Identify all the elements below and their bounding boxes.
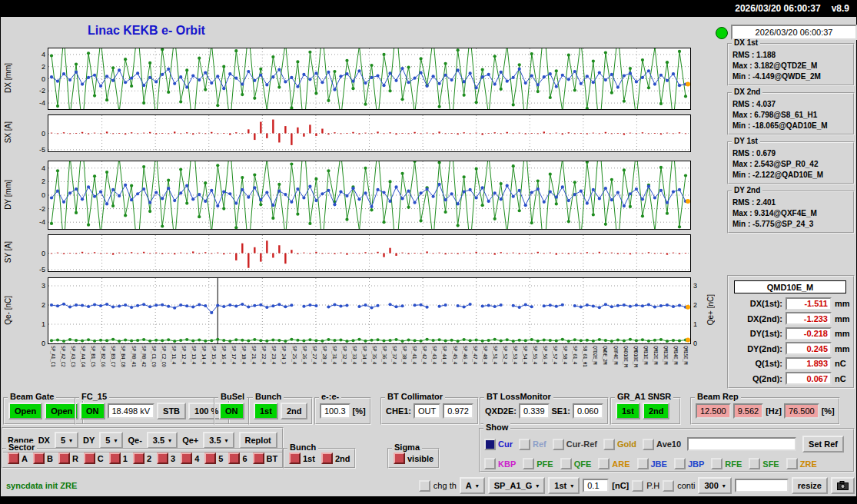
fc15-stb-button[interactable]: STB [157, 403, 186, 419]
sector-checkbox-r[interactable]: R [58, 453, 78, 464]
sector-checkbox-1[interactable]: 1 [109, 453, 128, 464]
checkbox-indicator[interactable] [181, 453, 192, 464]
monitor-select[interactable]: SP_A1_G [488, 477, 546, 494]
show-checkbox-jbp[interactable]: JBP [674, 458, 704, 469]
checkbox-indicator[interactable] [8, 453, 19, 464]
show-checkbox-are[interactable]: ARE [598, 458, 629, 469]
bpm-label: SP_36_4 [381, 346, 387, 364]
bpm-label: QMD10E_M [633, 346, 639, 366]
bunch-checkbox-1st[interactable]: 1st [289, 453, 315, 464]
show-checkbox-pfe[interactable]: PFE [523, 458, 553, 469]
checkbox-indicator[interactable] [58, 453, 70, 464]
show-checkbox-sfe[interactable]: SFE [749, 458, 779, 469]
show-checkbox-cur[interactable]: Cur [484, 439, 513, 450]
checkbox-indicator[interactable] [643, 439, 654, 450]
y-tick-label-right: 3 [693, 282, 697, 290]
range-qep-select[interactable]: 3.5 [203, 432, 234, 449]
show-checkbox-gold[interactable]: Gold [603, 439, 636, 450]
bunch-select[interactable]: 1st [548, 477, 580, 494]
sector-checkbox-c[interactable]: C [84, 453, 104, 464]
checkbox-indicator[interactable] [253, 453, 264, 464]
sector-checkbox-a[interactable]: A [8, 453, 28, 464]
checkbox-indicator[interactable] [33, 453, 45, 464]
y-tick-label-right: 2 [693, 301, 697, 309]
checkbox-indicator[interactable] [560, 458, 572, 469]
show-checkbox-cur-ref[interactable]: Cur-Ref [553, 439, 597, 450]
checkbox-indicator[interactable] [519, 439, 530, 450]
bunch-checkbox-2nd[interactable]: 2nd [321, 453, 350, 464]
chg-th-checkbox[interactable] [419, 480, 430, 492]
bunch-2nd-button[interactable]: 2nd [281, 403, 308, 419]
checkbox-label: Ref [533, 439, 546, 449]
checkbox-indicator[interactable] [674, 458, 686, 469]
checkbox-indicator[interactable] [204, 453, 216, 464]
show-checkbox-qfe[interactable]: QFE [560, 458, 592, 469]
sy-steering-plot[interactable]: 0-5 [48, 234, 691, 272]
checkbox-indicator[interactable] [637, 458, 649, 469]
show-checkbox-kbp[interactable]: KBP [484, 458, 516, 469]
checkbox-indicator[interactable] [484, 439, 496, 450]
checkbox-indicator[interactable] [133, 453, 144, 464]
charge-plot[interactable]: 32103210 [48, 277, 691, 344]
checkbox-indicator[interactable] [484, 458, 496, 469]
sector-checkbox-5[interactable]: 5 [204, 453, 223, 464]
show-checkbox-zre[interactable]: ZRE [786, 458, 817, 469]
mode-select[interactable]: A [460, 477, 485, 494]
beam-rep-caption: Beam Rep [695, 392, 741, 401]
checkbox-indicator[interactable] [157, 453, 168, 464]
dy-orbit-plot[interactable]: 420-2-4 [48, 161, 691, 230]
y-tick-label: -2 [39, 87, 45, 94]
checkbox-indicator[interactable] [603, 439, 615, 450]
range-dx-select[interactable]: 5 [55, 432, 78, 449]
checkbox-indicator[interactable] [598, 458, 610, 469]
checkbox-indicator[interactable] [228, 453, 240, 464]
checkbox-indicator[interactable] [289, 453, 301, 464]
checkbox-indicator[interactable] [523, 458, 534, 469]
sector-checkbox-2[interactable]: 2 [133, 453, 151, 464]
set-ref-input[interactable] [687, 437, 796, 451]
show-checkbox-rfe[interactable]: RFE [711, 458, 742, 469]
beam-gate-open-button-1[interactable]: Open [8, 403, 42, 419]
aux-input[interactable] [735, 479, 789, 492]
sx-steering-plot[interactable]: 0-5 [48, 114, 691, 152]
dx-orbit-plot[interactable]: 420-2-4 [48, 48, 691, 110]
set-ref-button[interactable]: Set Ref [802, 436, 844, 453]
sigma-checkbox-visible[interactable]: visible [394, 453, 433, 464]
show-checkbox-ref[interactable]: Ref [519, 439, 546, 450]
bunch-1st-button[interactable]: 1st [254, 403, 278, 419]
checkbox-indicator[interactable] [109, 453, 121, 464]
sector-checkbox-4[interactable]: 4 [181, 453, 199, 464]
show-checkbox-ave10[interactable]: Ave10 [643, 439, 681, 450]
fc15-on-button[interactable]: ON [80, 403, 105, 419]
checkbox-indicator[interactable] [84, 453, 95, 464]
snsr-1st-button[interactable]: 1st [616, 403, 640, 419]
range-qem-select[interactable]: 3.5 [147, 432, 178, 449]
checkbox-indicator[interactable] [553, 439, 564, 450]
sector-checkbox-6[interactable]: 6 [228, 453, 247, 464]
selected-monitor-name[interactable]: QMD10E_M [734, 280, 846, 293]
interval-select[interactable]: 300 [698, 477, 731, 494]
snsr-2nd-button[interactable]: 2nd [643, 403, 670, 419]
busel-on-button[interactable]: ON [219, 403, 244, 419]
stats-box-caption: DY 1st [732, 137, 760, 146]
window-titlebar: 2026/03/20 06:00:37 v8.9 [0, 0, 857, 17]
replot-button[interactable]: Replot [239, 432, 277, 449]
threshold-input[interactable] [583, 479, 609, 492]
checkbox-indicator[interactable] [749, 458, 760, 469]
conti-checkbox[interactable] [663, 480, 674, 492]
beam-gate-open-button-2[interactable]: Open [45, 403, 78, 419]
stats-box-caption: DX 2nd [732, 88, 762, 97]
bpm-label: SP_33_4 [351, 346, 357, 364]
ph-checkbox[interactable] [632, 480, 643, 492]
screenshot-button[interactable] [831, 477, 855, 494]
show-checkbox-jbe[interactable]: JBE [637, 458, 667, 469]
checkbox-indicator[interactable] [786, 458, 798, 469]
checkbox-indicator[interactable] [321, 453, 333, 464]
checkbox-indicator[interactable] [711, 458, 722, 469]
range-dy-select[interactable]: 5 [99, 432, 123, 449]
resize-button[interactable]: resize [792, 477, 828, 494]
sector-checkbox-b[interactable]: B [33, 453, 53, 464]
sector-checkbox-3[interactable]: 3 [157, 453, 175, 464]
sector-checkbox-bt[interactable]: BT [253, 453, 278, 464]
checkbox-indicator[interactable] [394, 453, 405, 464]
